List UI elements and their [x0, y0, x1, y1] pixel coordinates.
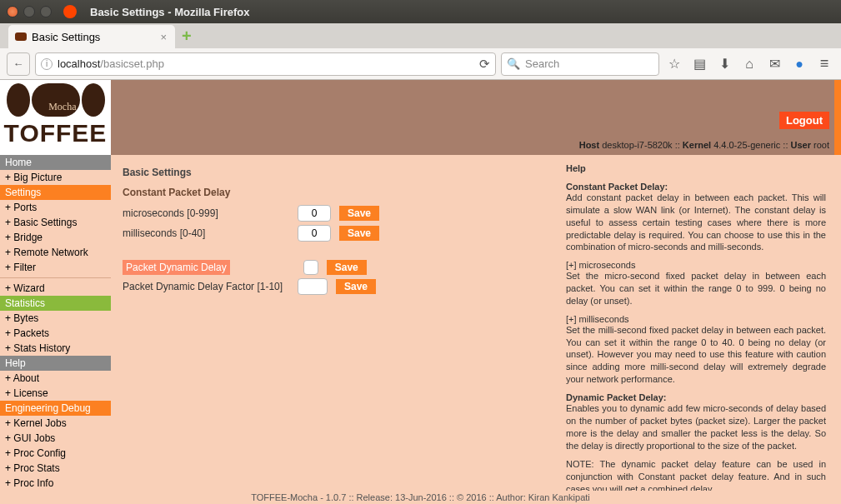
back-button[interactable]: ← — [7, 52, 30, 76]
home-icon[interactable]: ⌂ — [739, 57, 759, 72]
info-icon: i — [41, 58, 53, 70]
help-heading-constant: Constant Packet Delay: — [566, 182, 826, 192]
sidebar-divider — [0, 277, 111, 278]
dynamic-factor-input[interactable] — [298, 278, 328, 295]
logout-button[interactable]: Logout — [779, 112, 829, 129]
dynamic-factor-label: Packet Dynamic Delay Factor [1-10] — [123, 281, 289, 292]
user-value: root — [813, 140, 829, 150]
sidebar-item-about[interactable]: + About — [0, 371, 111, 386]
host-label: Host — [579, 140, 599, 150]
sidebar: Home + Big Picture Settings + Ports + Ba… — [0, 155, 111, 504]
new-tab-button[interactable]: + — [182, 27, 192, 46]
sidebar-item-license[interactable]: + License — [0, 386, 111, 401]
url-toolbar: ← i localhost/basicset.php ⟳ 🔍 Search ☆ … — [0, 48, 841, 80]
sidebar-item-filter[interactable]: + Filter — [0, 260, 111, 275]
library-icon[interactable]: ▤ — [689, 56, 709, 72]
help-title: Help — [566, 163, 826, 173]
url-path: /basicset.php — [100, 57, 164, 70]
save-button-dynamic[interactable]: Save — [327, 260, 367, 275]
logo-text: TOFFEE — [0, 120, 111, 147]
sidebar-item-big-picture[interactable]: + Big Picture — [0, 170, 111, 185]
sidebar-section-help[interactable]: Help — [0, 356, 111, 371]
save-button-micro[interactable]: Save — [339, 206, 379, 221]
sidebar-item-bytes[interactable]: + Bytes — [0, 311, 111, 326]
sidebar-item-gui-jobs[interactable]: + GUI Jobs — [0, 431, 111, 446]
help-heading-milli: [+] milliseconds — [566, 314, 826, 324]
host-value: desktop-i7-5820k — [602, 140, 672, 150]
kernel-value: 4.4.0-25-generic — [713, 140, 780, 150]
page-title: Basic Settings — [123, 167, 546, 178]
sidebar-item-proc-stats[interactable]: + Proc Stats — [0, 461, 111, 476]
help-text-micro: Set the micro-second fixed packet delay … — [566, 270, 826, 307]
accent-stripe — [834, 80, 841, 155]
sidebar-item-wizard[interactable]: + Wizard — [0, 281, 111, 296]
sidebar-item-remote-network[interactable]: + Remote Network — [0, 245, 111, 260]
bookmark-icon[interactable]: ☆ — [664, 56, 684, 72]
page-viewport: TOFFEE Logout Host desktop-i7-5820k :: K… — [0, 80, 841, 504]
help-heading-micro: [+] microseconds — [566, 260, 826, 270]
dynamic-delay-checkbox[interactable] — [303, 260, 318, 275]
milliseconds-label: milliseconds [0-40] — [123, 227, 289, 239]
reload-icon[interactable]: ⟳ — [479, 57, 490, 72]
tab-close-icon[interactable]: × — [160, 31, 167, 43]
help-text-constant: Add constant packet delay in between eac… — [566, 192, 826, 253]
chat-icon[interactable]: ✉ — [764, 56, 784, 72]
search-field[interactable]: 🔍 Search — [501, 52, 659, 76]
save-button-milli[interactable]: Save — [339, 226, 379, 241]
os-titlebar: Basic Settings - Mozilla Firefox — [0, 0, 841, 23]
microseconds-input[interactable] — [298, 205, 331, 222]
user-label: User — [791, 140, 811, 150]
logo-graphic — [0, 80, 111, 120]
tab-title: Basic Settings — [32, 31, 100, 43]
search-icon: 🔍 — [507, 57, 520, 70]
milliseconds-input[interactable] — [298, 225, 331, 242]
page-header: TOFFEE Logout Host desktop-i7-5820k :: K… — [0, 80, 841, 155]
dynamic-delay-label: Packet Dynamic Delay — [123, 260, 230, 275]
main-content: Basic Settings Constant Packet Delay mic… — [111, 155, 558, 504]
group-title-constant-delay: Constant Packet Delay — [123, 187, 546, 198]
save-button-factor[interactable]: Save — [336, 279, 376, 294]
window-title: Basic Settings - Mozilla Firefox — [90, 6, 249, 18]
sidebar-section-settings[interactable]: Settings — [0, 185, 111, 200]
help-text-milli: Set the milli-second fixed packet delay … — [566, 324, 826, 386]
sidebar-section-home[interactable]: Home — [0, 155, 111, 170]
search-placeholder: Search — [525, 57, 559, 70]
help-heading-dynamic: Dynamic Packet Delay: — [566, 392, 826, 402]
globe-icon[interactable]: ● — [789, 57, 809, 72]
sidebar-item-proc-info[interactable]: + Proc Info — [0, 476, 111, 491]
sidebar-item-packets[interactable]: + Packets — [0, 326, 111, 341]
window-maximize-button[interactable] — [40, 6, 52, 17]
microseconds-label: microseconds [0-999] — [123, 207, 289, 219]
browser-tab[interactable]: Basic Settings × — [8, 25, 175, 48]
firefox-icon — [63, 5, 77, 18]
tab-strip: Basic Settings × + — [0, 23, 841, 48]
footer-line: TOFFEE-Mocha - 1.0.7 :: Release: 13-Jun-… — [0, 491, 841, 504]
window-minimize-button[interactable] — [23, 6, 35, 17]
sidebar-section-eng-debug[interactable]: Engineering Debug — [0, 401, 111, 416]
sidebar-item-ports[interactable]: + Ports — [0, 200, 111, 215]
url-field[interactable]: i localhost/basicset.php ⟳ — [35, 52, 496, 76]
sidebar-item-bridge[interactable]: + Bridge — [0, 230, 111, 245]
favicon-icon — [15, 32, 27, 41]
help-panel: Help Constant Packet Delay: Add constant… — [558, 155, 841, 504]
download-icon[interactable]: ⬇ — [714, 56, 734, 72]
sidebar-item-stats-history[interactable]: + Stats History — [0, 341, 111, 356]
sidebar-item-proc-config[interactable]: + Proc Config — [0, 446, 111, 461]
help-text-dynamic: Enables you to dynamic add few micro-sec… — [566, 402, 826, 452]
kernel-label: Kernel — [683, 140, 711, 150]
menu-icon[interactable]: ≡ — [814, 55, 834, 72]
window-close-button[interactable] — [7, 6, 18, 17]
sidebar-item-basic-settings[interactable]: + Basic Settings — [0, 215, 111, 230]
logo[interactable]: TOFFEE — [0, 80, 111, 155]
sidebar-section-statistics[interactable]: Statistics — [0, 296, 111, 311]
url-host: localhost — [58, 57, 100, 70]
host-line: Host desktop-i7-5820k :: Kernel 4.4.0-25… — [579, 140, 829, 150]
sidebar-item-kernel-jobs[interactable]: + Kernel Jobs — [0, 416, 111, 431]
